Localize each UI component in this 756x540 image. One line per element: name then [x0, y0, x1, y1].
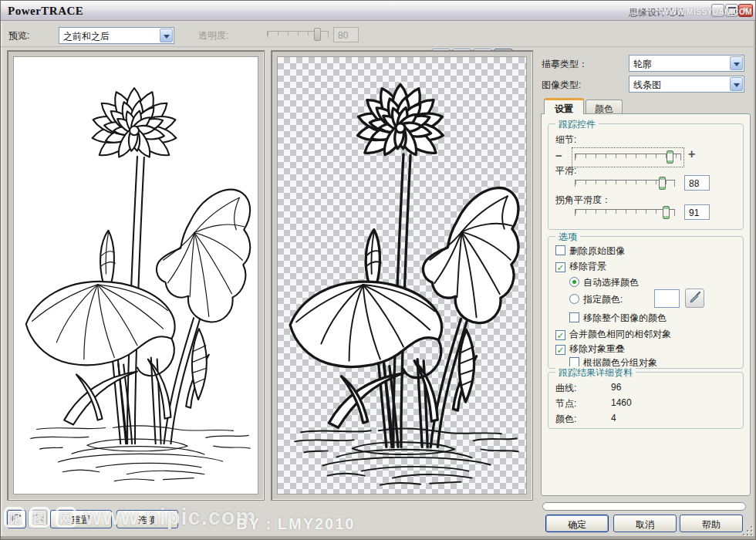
- reset-button[interactable]: 重置: [50, 510, 112, 528]
- opacity-label: 透明度:: [198, 29, 228, 42]
- remove-entire-color-checkbox[interactable]: 移除整个图像的颜色: [569, 312, 667, 324]
- smooth-label: 平滑:: [555, 164, 576, 177]
- delete-original-checkbox[interactable]: 删除原始图像: [555, 245, 625, 257]
- settings-tab-panel: 跟踪控件 细节: − + 平滑: 88 拐角平滑度： 91 选项: [541, 113, 751, 496]
- opacity-slider[interactable]: [267, 28, 329, 42]
- remove-overlap-label: 移除对象重叠: [569, 343, 625, 354]
- title-bar: PowerTRACE 思缘设计论坛 ×: [1, 1, 755, 21]
- ok-button[interactable]: 确定: [545, 515, 609, 532]
- options-button[interactable]: 选项: [116, 510, 178, 528]
- opacity-value[interactable]: 80: [333, 27, 359, 42]
- curves-label: 曲线:: [555, 383, 576, 393]
- auto-color-radio[interactable]: 自动选择颜色: [569, 276, 639, 289]
- restore-button[interactable]: [725, 4, 738, 17]
- preview-select[interactable]: 之前和之后: [59, 27, 174, 44]
- preview-select-value: 之前和之后: [63, 30, 110, 43]
- trace-results-group: 跟踪结果详细资料 曲线: 96 节点: 1460 颜色: 4: [548, 372, 744, 429]
- redo-button[interactable]: [28, 510, 47, 528]
- chevron-down-icon[interactable]: [730, 56, 743, 70]
- trace-type-select[interactable]: 轮廓: [629, 55, 744, 72]
- delete-original-label: 删除原始图像: [569, 245, 625, 256]
- detail-slider-track[interactable]: [575, 154, 681, 160]
- corner-slider-thumb[interactable]: [663, 206, 670, 219]
- preview-before-pane[interactable]: [13, 56, 258, 494]
- results-group-title: 跟踪结果详细资料: [555, 366, 636, 380]
- eyedropper-icon: [686, 289, 704, 307]
- detail-label: 细节:: [555, 133, 576, 147]
- minus-icon[interactable]: −: [555, 149, 562, 162]
- eyedropper-button[interactable]: [685, 289, 704, 308]
- smooth-slider-thumb[interactable]: [659, 177, 666, 190]
- nodes-row: 节点: 1460: [555, 397, 576, 410]
- detail-slider[interactable]: [575, 150, 681, 164]
- merge-adjacent-label: 合并颜色相同的相邻对象: [569, 329, 671, 339]
- author-watermark: BY：LMY2010: [236, 514, 356, 535]
- colors-row: 颜色: 4: [555, 413, 576, 426]
- checkbox-checked-icon[interactable]: ✓: [555, 330, 565, 340]
- preview-after-pane[interactable]: [277, 56, 527, 494]
- colors-value: 4: [611, 413, 616, 424]
- remove-background-checkbox[interactable]: ✓移除背景: [555, 260, 606, 272]
- smooth-slider[interactable]: [575, 177, 675, 191]
- image-type-select[interactable]: 线条图: [629, 76, 744, 93]
- remove-background-label: 移除背景: [569, 261, 606, 272]
- help-button[interactable]: 帮助: [680, 515, 743, 532]
- powertrace-dialog: PowerTRACE 思缘设计论坛 × WWW.MISSYUAN.COM 预览:…: [0, 0, 756, 540]
- preview-after-frame: [271, 50, 533, 501]
- progress-bar: [542, 502, 746, 511]
- undo-arrow-icon: [8, 511, 25, 528]
- chevron-down-icon[interactable]: [160, 29, 173, 42]
- specify-color-label: 指定颜色:: [583, 294, 623, 305]
- curves-value: 96: [611, 382, 621, 393]
- tab-colors[interactable]: 颜色: [586, 100, 623, 113]
- close-icon: ×: [743, 5, 748, 15]
- detail-slider-thumb[interactable]: [667, 150, 673, 164]
- image-type-label: 图像类型:: [542, 79, 581, 92]
- checkbox-icon[interactable]: [555, 245, 565, 255]
- tracking-group-title: 跟踪控件: [555, 118, 599, 131]
- preview-before-frame: [7, 50, 265, 501]
- plus-icon[interactable]: +: [688, 147, 695, 161]
- lotus-artwork-after: [278, 57, 526, 494]
- merge-adjacent-checkbox[interactable]: ✓合并颜色相同的相邻对象: [555, 328, 671, 340]
- corner-value-input[interactable]: 91: [684, 204, 710, 220]
- opacity-slider-thumb[interactable]: [314, 28, 321, 41]
- tab-settings-label: 设置: [555, 103, 573, 114]
- corner-smooth-label: 拐角平滑度：: [555, 194, 611, 207]
- auto-color-label: 自动选择颜色: [583, 277, 639, 288]
- minimize-button[interactable]: [711, 4, 724, 17]
- undo-button[interactable]: [7, 510, 26, 528]
- brand-text: 思缘设计论坛: [629, 6, 684, 19]
- nodes-label: 节点:: [555, 398, 576, 409]
- tab-settings[interactable]: 设置: [544, 98, 584, 114]
- lotus-artwork-before: [14, 57, 258, 494]
- color-swatch[interactable]: [654, 289, 680, 308]
- remove-overlap-checkbox[interactable]: ✓移除对象重叠: [555, 343, 625, 355]
- options-group-title: 选项: [555, 231, 580, 244]
- checkbox-checked-icon[interactable]: ✓: [555, 262, 565, 272]
- remove-entire-color-label: 移除整个图像的颜色: [583, 312, 667, 323]
- checkbox-icon[interactable]: [569, 312, 579, 322]
- corner-slider[interactable]: [575, 206, 675, 220]
- tracking-controls-group: 跟踪控件 细节: − + 平滑: 88 拐角平滑度： 91: [548, 123, 744, 230]
- cancel-button[interactable]: 取消: [613, 515, 677, 532]
- toolbar: 预览: 之前和之后 透明度: 80: [1, 22, 755, 47]
- trace-type-value: 轮廓: [633, 58, 652, 71]
- radio-selected-icon[interactable]: [569, 277, 579, 287]
- resize-grip[interactable]: [743, 526, 752, 535]
- chevron-down-icon[interactable]: [730, 77, 743, 91]
- tab-colors-label: 颜色: [595, 103, 613, 114]
- preview-label: 预览:: [8, 29, 29, 42]
- trace-type-label: 描摹类型：: [542, 58, 588, 71]
- close-button[interactable]: ×: [738, 4, 753, 17]
- window-title: PowerTRACE: [8, 5, 83, 18]
- radio-icon[interactable]: [569, 294, 579, 304]
- checkbox-checked-icon[interactable]: ✓: [555, 345, 565, 355]
- options-group: 选项 删除原始图像 ✓移除背景 自动选择颜色 指定颜色: 移除整个图像的: [548, 236, 744, 369]
- corner-slider-track[interactable]: [575, 209, 675, 216]
- curves-row: 曲线: 96: [555, 382, 576, 395]
- nodes-value: 1460: [611, 397, 632, 408]
- specify-color-radio[interactable]: 指定颜色:: [569, 293, 623, 305]
- image-type-value: 线条图: [633, 79, 661, 92]
- smooth-value-input[interactable]: 88: [684, 175, 710, 191]
